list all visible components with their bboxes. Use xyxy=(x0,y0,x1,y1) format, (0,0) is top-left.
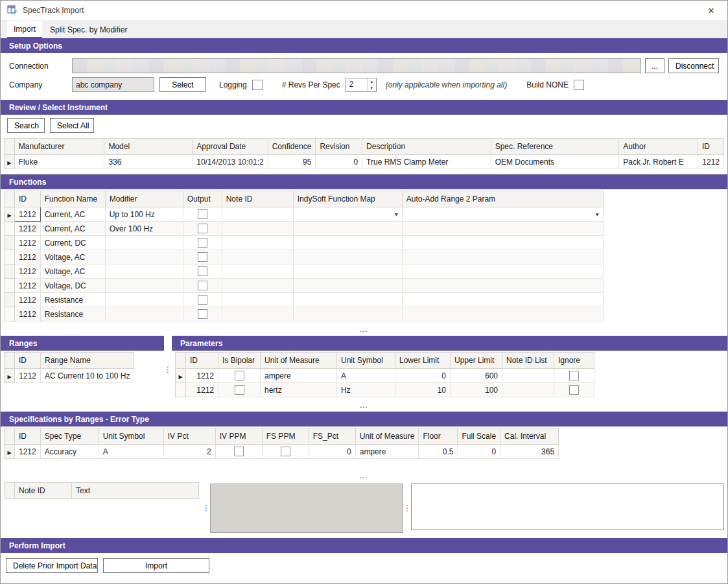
cell-approval-date[interactable]: 10/14/2013 10:01:2 xyxy=(193,155,268,169)
col-indysoft-function-map[interactable]: IndySoft Function Map xyxy=(293,191,402,207)
cell-function-id[interactable]: 1212 xyxy=(15,279,41,293)
cell-note-id[interactable] xyxy=(222,207,293,222)
cell-auto-add-range-2-param[interactable] xyxy=(402,307,603,321)
cell-model[interactable]: 336 xyxy=(104,155,193,169)
cell-function-id[interactable]: 1212 xyxy=(15,250,41,264)
cell-unit-symbol[interactable]: A xyxy=(99,445,163,459)
cell-full-scale[interactable]: 0 xyxy=(458,445,500,459)
cell-function-name[interactable]: Voltage, AC xyxy=(40,264,105,279)
cell-note-id[interactable] xyxy=(222,293,293,307)
fs-ppm-checkbox[interactable] xyxy=(281,447,290,456)
cell-function-name[interactable]: Resistance xyxy=(40,293,105,307)
ignore-checkbox[interactable] xyxy=(569,371,579,380)
cell-param-id[interactable]: 1212 xyxy=(186,383,218,397)
cell-floor[interactable]: 0.5 xyxy=(419,445,458,459)
cell-note-id[interactable] xyxy=(222,279,293,293)
chevron-down-icon[interactable]: ▾ xyxy=(596,208,599,221)
function-row[interactable]: ▶ 1212 Current, AC Up to 100 Hz ▾ ▾ xyxy=(5,207,604,222)
output-checkbox[interactable] xyxy=(198,238,207,248)
col-is-bipolar[interactable]: Is Bipolar xyxy=(218,353,261,369)
horizontal-splitter[interactable]: ⋯ xyxy=(1,403,727,412)
cell-note-id-list[interactable] xyxy=(502,369,554,383)
logging-checkbox[interactable] xyxy=(252,80,263,90)
cell-range-name[interactable]: AC Current 10 to 100 Hz xyxy=(41,369,134,383)
cell-unit-of-measure[interactable]: ampere xyxy=(355,445,419,459)
vertical-splitter[interactable]: ⋮ xyxy=(202,482,210,534)
col-note-text[interactable]: Text xyxy=(72,483,199,499)
cell-modifier[interactable] xyxy=(105,307,183,321)
instrument-row[interactable]: ▶ Fluke 336 10/14/2013 10:01:2 95 0 True… xyxy=(5,155,724,169)
cell-range-id[interactable]: 1212 xyxy=(15,369,41,383)
col-unit-of-measure[interactable]: Unit of Measure xyxy=(261,353,337,369)
output-checkbox[interactable] xyxy=(198,295,207,305)
cell-modifier[interactable] xyxy=(105,293,183,307)
cell-confidence[interactable]: 95 xyxy=(268,155,316,169)
col-iv-pct[interactable]: IV Pct xyxy=(163,428,215,445)
cell-modifier[interactable]: Over 100 Hz xyxy=(105,222,183,236)
col-unit-symbol[interactable]: Unit Symbol xyxy=(337,353,395,369)
col-manufacturer[interactable]: Manufacturer xyxy=(14,139,104,155)
delete-prior-import-data-button[interactable]: Delete Prior Import Data xyxy=(6,558,98,573)
col-full-scale[interactable]: Full Scale xyxy=(458,428,500,445)
col-spec-type[interactable]: Spec Type xyxy=(40,428,99,445)
col-lower-limit[interactable]: Lower Limit xyxy=(395,353,451,369)
select-all-button[interactable]: Select All xyxy=(50,118,94,133)
col-confidence[interactable]: Confidence xyxy=(268,139,316,155)
cell-auto-add-range-2-param[interactable] xyxy=(402,293,603,307)
cell-modifier[interactable] xyxy=(105,250,183,264)
function-row[interactable]: 1212 Resistance xyxy=(5,307,604,321)
cell-param-id[interactable]: 1212 xyxy=(186,369,218,383)
cell-function-name[interactable]: Current, DC xyxy=(40,236,105,250)
select-company-button[interactable]: Select xyxy=(159,77,206,92)
col-note-id[interactable]: Note ID xyxy=(222,191,293,207)
cell-fs-pct[interactable]: 0 xyxy=(309,445,355,459)
cell-function-id[interactable]: 1212 xyxy=(15,293,41,307)
cell-unit-symbol[interactable]: Hz xyxy=(337,383,395,397)
cell-note-id[interactable] xyxy=(222,236,293,250)
function-row[interactable]: 1212 Current, DC xyxy=(5,236,604,250)
cell-indysoft-function-map[interactable] xyxy=(293,250,402,264)
col-spec-id[interactable]: ID xyxy=(15,428,41,445)
browse-connection-button[interactable]: ... xyxy=(645,58,664,73)
col-upper-limit[interactable]: Upper Limit xyxy=(451,353,502,369)
cell-spec-id[interactable]: 1212 xyxy=(15,445,41,459)
cell-author[interactable]: Pack Jr, Robert E xyxy=(619,155,698,169)
col-iv-ppm[interactable]: IV PPM xyxy=(215,428,262,445)
iv-ppm-checkbox[interactable] xyxy=(234,447,244,456)
cell-indysoft-function-map[interactable] xyxy=(293,236,402,250)
col-auto-add-range-2-param[interactable]: Auto-Add Range 2 Param xyxy=(402,191,603,207)
specification-row[interactable]: ▶ 1212 Accuracy A 2 0 ampere 0.5 0 365 xyxy=(5,445,559,459)
horizontal-splitter[interactable]: ⋯ xyxy=(1,327,727,336)
is-bipolar-checkbox[interactable] xyxy=(235,385,244,395)
output-checkbox[interactable] xyxy=(198,266,207,276)
function-row[interactable]: 1212 Voltage, DC xyxy=(5,279,604,293)
company-input[interactable] xyxy=(72,77,154,92)
cell-indysoft-function-map[interactable] xyxy=(293,222,402,236)
col-unit-symbol[interactable]: Unit Symbol xyxy=(99,428,163,445)
cell-unit-of-measure[interactable]: hertz xyxy=(261,383,337,397)
cell-note-id[interactable] xyxy=(222,250,293,264)
cell-spec-reference[interactable]: OEM Documents xyxy=(491,155,619,169)
output-checkbox[interactable] xyxy=(198,224,207,233)
horizontal-splitter[interactable]: ⋯ xyxy=(1,473,727,482)
col-approval-date[interactable]: Approval Date xyxy=(193,139,268,155)
close-button[interactable]: ✕ xyxy=(701,1,721,20)
cell-function-name[interactable]: Voltage, DC xyxy=(40,279,105,293)
col-cal-interval[interactable]: Cal. Interval xyxy=(500,428,559,445)
connection-input[interactable] xyxy=(72,58,641,73)
output-checkbox[interactable] xyxy=(198,309,207,319)
col-function-id[interactable]: ID xyxy=(15,191,41,207)
col-range-id[interactable]: ID xyxy=(15,353,41,369)
cell-indysoft-function-map[interactable] xyxy=(293,293,402,307)
cell-note-id[interactable] xyxy=(222,307,293,321)
vertical-splitter[interactable]: ⋮ xyxy=(164,336,172,403)
cell-note-id-list[interactable] xyxy=(502,383,554,397)
cell-function-id[interactable]: 1212 xyxy=(15,307,41,321)
cell-lower-limit[interactable]: 0 xyxy=(395,369,451,383)
cell-indysoft-function-map[interactable] xyxy=(293,279,402,293)
cell-note-id[interactable] xyxy=(222,264,293,279)
cell-cal-interval[interactable]: 365 xyxy=(500,445,559,459)
cell-function-id[interactable]: 1212 xyxy=(15,222,41,236)
cell-function-name[interactable]: Voltage, AC xyxy=(40,250,105,264)
note-text-editor[interactable] xyxy=(411,484,724,530)
